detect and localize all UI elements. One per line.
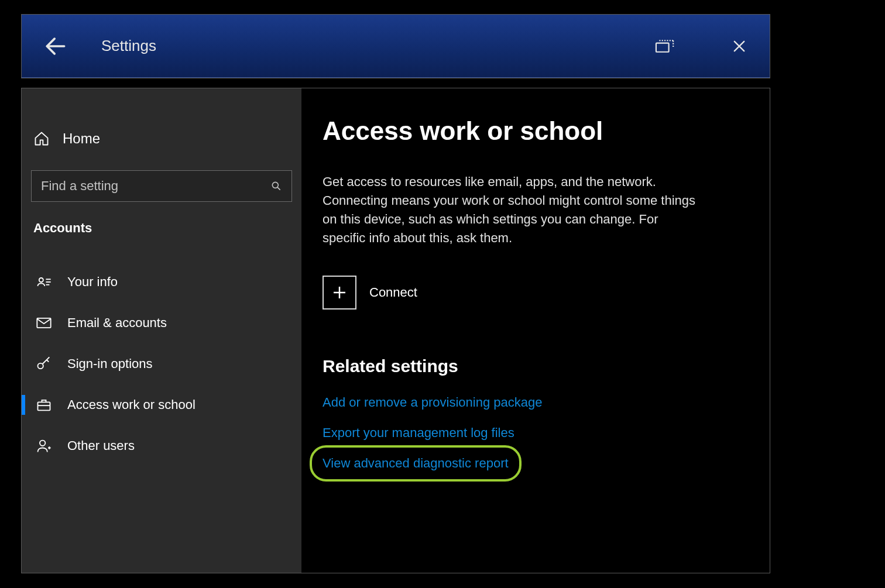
multitask-button[interactable]	[643, 32, 685, 60]
related-settings-heading: Related settings	[323, 356, 749, 376]
search-icon	[270, 180, 282, 192]
search-field-wrap[interactable]	[31, 170, 292, 202]
sidebar: Home Accounts Your info Email & accounts	[22, 88, 301, 573]
home-icon	[33, 130, 50, 147]
main-panel: Access work or school Get access to reso…	[301, 88, 770, 573]
sidebar-item-label: Other users	[67, 438, 135, 453]
search-input[interactable]	[41, 178, 270, 194]
sidebar-home[interactable]: Home	[31, 123, 292, 154]
settings-titlebar-window: Settings	[21, 14, 770, 78]
svg-line-14	[43, 357, 50, 364]
person-card-icon	[36, 274, 52, 290]
titlebar: Settings	[22, 15, 770, 78]
plus-icon	[331, 284, 348, 301]
mail-icon	[36, 315, 52, 331]
link-diagnostic-report[interactable]: View advanced diagnostic report	[323, 456, 509, 471]
connect-button[interactable]: Connect	[323, 276, 417, 310]
link-provisioning-package[interactable]: Add or remove a provisioning package	[323, 395, 542, 410]
key-icon	[36, 356, 52, 372]
close-button[interactable]	[718, 32, 760, 60]
related-link-list: Add or remove a provisioning package Exp…	[323, 395, 749, 471]
svg-point-18	[40, 441, 45, 446]
sidebar-item-access-work-school[interactable]: Access work or school	[31, 384, 292, 425]
svg-point-8	[39, 278, 43, 282]
briefcase-icon	[36, 397, 52, 413]
sidebar-item-label: Access work or school	[67, 397, 195, 412]
person-add-icon	[36, 438, 52, 454]
plus-box	[323, 276, 356, 310]
svg-point-13	[38, 363, 43, 369]
page-description: Get access to resources like email, apps…	[323, 173, 703, 247]
settings-content-window: Home Accounts Your info Email & accounts	[21, 88, 770, 573]
window-overlap-icon	[654, 39, 675, 54]
sidebar-item-your-info[interactable]: Your info	[31, 262, 292, 302]
svg-line-15	[47, 360, 49, 362]
back-button[interactable]	[43, 33, 68, 59]
sidebar-item-label: Email & accounts	[67, 315, 167, 331]
svg-rect-16	[38, 402, 50, 410]
sidebar-section-label: Accounts	[31, 221, 292, 236]
close-icon	[731, 38, 747, 54]
arrow-left-icon	[43, 33, 68, 59]
link-export-log-files[interactable]: Export your management log files	[323, 425, 514, 441]
svg-line-7	[277, 187, 280, 190]
sidebar-item-email-accounts[interactable]: Email & accounts	[31, 302, 292, 343]
sidebar-item-other-users[interactable]: Other users	[31, 425, 292, 466]
sidebar-item-signin-options[interactable]: Sign-in options	[31, 343, 292, 384]
sidebar-item-label: Sign-in options	[67, 356, 153, 372]
svg-rect-1	[656, 43, 669, 51]
titlebar-title: Settings	[101, 37, 156, 55]
svg-rect-12	[37, 318, 50, 328]
connect-label: Connect	[369, 285, 417, 300]
page-heading: Access work or school	[323, 116, 749, 146]
sidebar-home-label: Home	[63, 130, 100, 147]
sidebar-nav: Your info Email & accounts Sign-in optio…	[31, 262, 292, 466]
sidebar-item-label: Your info	[67, 274, 118, 290]
svg-point-6	[272, 182, 278, 188]
